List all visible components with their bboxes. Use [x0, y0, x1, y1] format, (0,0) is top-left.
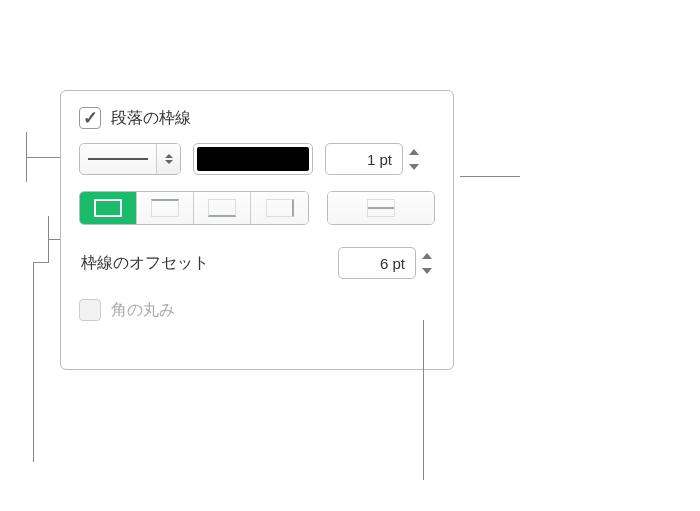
stepper-down-icon[interactable]	[406, 161, 422, 173]
line-width-stepper-group: 1 pt	[325, 143, 422, 175]
border-offset-value: 6 pt	[380, 255, 405, 272]
paragraph-border-checkbox[interactable]	[79, 107, 101, 129]
stepper-down-icon[interactable]	[419, 265, 435, 277]
line-style-preview	[80, 144, 156, 174]
line-sample-icon	[88, 158, 148, 160]
border-style-row: 1 pt	[79, 143, 435, 175]
border-position-right[interactable]	[251, 192, 308, 224]
line-width-value: 1 pt	[367, 151, 392, 168]
line-style-dropdown[interactable]	[79, 143, 181, 175]
line-color-well[interactable]	[193, 143, 313, 175]
border-position-row	[79, 191, 435, 225]
border-offset-row: 枠線のオフセット 6 pt	[79, 247, 435, 279]
paragraph-border-checkbox-row: 段落の枠線	[79, 107, 435, 129]
border-offset-stepper	[419, 247, 435, 279]
line-width-field[interactable]: 1 pt	[325, 143, 403, 175]
border-position-segmented	[79, 191, 309, 225]
paragraph-border-label: 段落の枠線	[111, 108, 191, 129]
stepper-up-icon[interactable]	[419, 250, 435, 262]
callout-line-icon	[33, 262, 34, 462]
callout-line-icon	[26, 157, 60, 158]
callout-line-icon	[48, 239, 60, 240]
border-between-button[interactable]	[328, 192, 434, 224]
border-bottom-icon	[208, 199, 236, 217]
border-between-icon	[367, 199, 395, 217]
line-width-stepper	[406, 143, 422, 175]
border-position-full[interactable]	[80, 192, 137, 224]
callout-line-icon	[33, 262, 49, 263]
border-offset-field[interactable]: 6 pt	[338, 247, 416, 279]
round-corners-label: 角の丸み	[111, 300, 175, 321]
border-offset-label: 枠線のオフセット	[81, 253, 209, 274]
border-between-segmented	[327, 191, 435, 225]
border-position-top[interactable]	[137, 192, 194, 224]
callout-line-icon	[460, 176, 520, 177]
border-right-icon	[266, 199, 294, 217]
paragraph-border-panel: 段落の枠線 1 pt	[60, 90, 454, 370]
color-swatch-icon	[197, 147, 309, 171]
border-position-bottom[interactable]	[194, 192, 251, 224]
border-top-icon	[151, 199, 179, 217]
round-corners-checkbox[interactable]	[79, 299, 101, 321]
chevron-updown-icon	[156, 144, 180, 174]
callout-line-icon	[423, 320, 424, 480]
border-full-icon	[94, 199, 122, 217]
stepper-up-icon[interactable]	[406, 146, 422, 158]
round-corners-row: 角の丸み	[79, 299, 435, 321]
border-offset-stepper-group: 6 pt	[338, 247, 435, 279]
